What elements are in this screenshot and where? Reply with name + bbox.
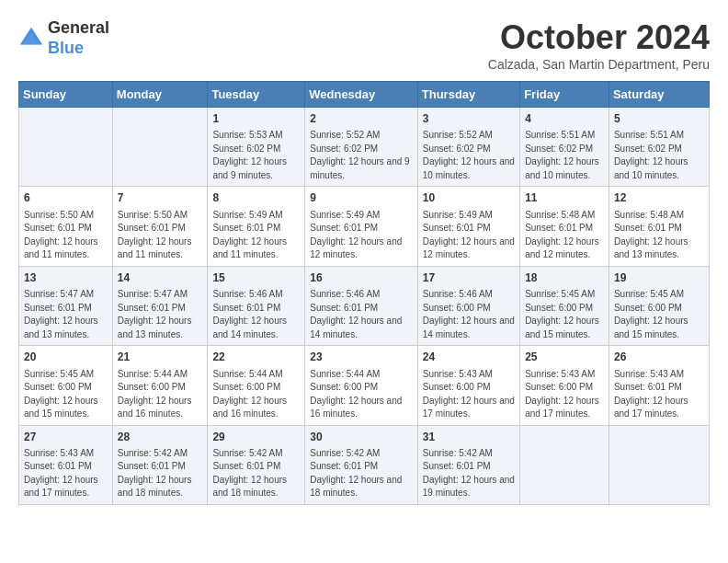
day-number: 31 [423,430,515,445]
day-number: 18 [525,270,604,286]
cell-content: Sunrise: 5:47 AM Sunset: 6:01 PM Dayligh… [118,288,203,341]
calendar-week-row: 13Sunrise: 5:47 AM Sunset: 6:01 PM Dayli… [19,266,710,345]
cell-content: Sunrise: 5:43 AM Sunset: 6:01 PM Dayligh… [614,368,704,421]
cell-content: Sunrise: 5:43 AM Sunset: 6:00 PM Dayligh… [423,368,515,421]
weekday-header-friday: Friday [520,82,609,108]
day-number: 12 [614,190,704,206]
cell-content: Sunrise: 5:48 AM Sunset: 6:01 PM Dayligh… [614,209,704,262]
cell-content: Sunrise: 5:49 AM Sunset: 6:01 PM Dayligh… [310,209,413,262]
calendar-cell: 11Sunrise: 5:48 AM Sunset: 6:01 PM Dayli… [520,187,609,266]
weekday-header-tuesday: Tuesday [208,82,305,108]
calendar-cell [609,425,709,504]
cell-content: Sunrise: 5:45 AM Sunset: 6:00 PM Dayligh… [614,288,704,341]
cell-content: Sunrise: 5:44 AM Sunset: 6:00 PM Dayligh… [212,368,300,421]
day-number: 13 [24,270,108,286]
calendar-cell: 3Sunrise: 5:52 AM Sunset: 6:02 PM Daylig… [417,108,519,187]
cell-content: Sunrise: 5:53 AM Sunset: 6:02 PM Dayligh… [212,129,300,182]
cell-content: Sunrise: 5:42 AM Sunset: 6:01 PM Dayligh… [423,447,515,500]
day-number: 7 [118,190,203,206]
cell-content: Sunrise: 5:52 AM Sunset: 6:02 PM Dayligh… [423,129,515,182]
weekday-row: SundayMondayTuesdayWednesdayThursdayFrid… [19,82,710,108]
day-number: 5 [614,111,704,127]
location: Calzada, San Martin Department, Peru [488,57,710,72]
calendar-cell: 21Sunrise: 5:44 AM Sunset: 6:00 PM Dayli… [112,346,208,425]
cell-content: Sunrise: 5:42 AM Sunset: 6:01 PM Dayligh… [310,447,413,500]
logo-icon [18,26,44,52]
calendar-cell: 17Sunrise: 5:46 AM Sunset: 6:00 PM Dayli… [417,266,519,345]
day-number: 25 [525,350,604,365]
day-number: 10 [423,190,515,206]
weekday-header-saturday: Saturday [609,82,709,108]
day-number: 17 [423,270,515,286]
day-number: 22 [212,350,300,365]
page-header: General Blue October 2024 Calzada, San M… [18,18,710,72]
calendar-cell: 14Sunrise: 5:47 AM Sunset: 6:01 PM Dayli… [112,266,208,345]
calendar-cell: 2Sunrise: 5:52 AM Sunset: 6:02 PM Daylig… [305,108,418,187]
day-number: 15 [212,270,300,286]
calendar-cell: 16Sunrise: 5:46 AM Sunset: 6:01 PM Dayli… [305,266,418,345]
day-number: 11 [525,190,604,206]
calendar-cell: 23Sunrise: 5:44 AM Sunset: 6:00 PM Dayli… [305,346,418,425]
calendar-cell: 29Sunrise: 5:42 AM Sunset: 6:01 PM Dayli… [208,425,305,504]
title-area: October 2024 Calzada, San Martin Departm… [488,18,710,72]
logo: General Blue [18,18,109,58]
cell-content: Sunrise: 5:44 AM Sunset: 6:00 PM Dayligh… [310,368,413,421]
calendar-cell: 22Sunrise: 5:44 AM Sunset: 6:00 PM Dayli… [208,346,305,425]
calendar-table: SundayMondayTuesdayWednesdayThursdayFrid… [18,81,710,505]
logo-blue-text: Blue [48,39,84,57]
weekday-header-sunday: Sunday [19,82,113,108]
calendar-cell: 20Sunrise: 5:45 AM Sunset: 6:00 PM Dayli… [19,346,113,425]
weekday-header-monday: Monday [112,82,208,108]
cell-content: Sunrise: 5:50 AM Sunset: 6:01 PM Dayligh… [24,209,108,262]
day-number: 30 [310,430,413,445]
calendar-cell: 26Sunrise: 5:43 AM Sunset: 6:01 PM Dayli… [609,346,709,425]
day-number: 6 [24,190,108,206]
calendar-cell: 12Sunrise: 5:48 AM Sunset: 6:01 PM Dayli… [609,187,709,266]
day-number: 16 [310,270,413,286]
calendar-cell: 25Sunrise: 5:43 AM Sunset: 6:00 PM Dayli… [520,346,609,425]
calendar-cell: 1Sunrise: 5:53 AM Sunset: 6:02 PM Daylig… [208,108,305,187]
weekday-header-wednesday: Wednesday [305,82,418,108]
calendar-cell: 7Sunrise: 5:50 AM Sunset: 6:01 PM Daylig… [112,187,208,266]
calendar-cell: 27Sunrise: 5:43 AM Sunset: 6:01 PM Dayli… [19,425,113,504]
cell-content: Sunrise: 5:46 AM Sunset: 6:00 PM Dayligh… [423,288,515,341]
day-number: 19 [614,270,704,286]
day-number: 14 [118,270,203,286]
cell-content: Sunrise: 5:46 AM Sunset: 6:01 PM Dayligh… [310,288,413,341]
cell-content: Sunrise: 5:47 AM Sunset: 6:01 PM Dayligh… [24,288,108,341]
cell-content: Sunrise: 5:45 AM Sunset: 6:00 PM Dayligh… [24,368,108,421]
month-title: October 2024 [488,18,710,57]
calendar-cell: 13Sunrise: 5:47 AM Sunset: 6:01 PM Dayli… [19,266,113,345]
day-number: 8 [212,190,300,206]
calendar-cell: 28Sunrise: 5:42 AM Sunset: 6:01 PM Dayli… [112,425,208,504]
cell-content: Sunrise: 5:42 AM Sunset: 6:01 PM Dayligh… [118,447,203,500]
cell-content: Sunrise: 5:50 AM Sunset: 6:01 PM Dayligh… [118,209,203,262]
day-number: 29 [212,430,300,445]
day-number: 3 [423,111,515,127]
cell-content: Sunrise: 5:48 AM Sunset: 6:01 PM Dayligh… [525,209,604,262]
cell-content: Sunrise: 5:51 AM Sunset: 6:02 PM Dayligh… [614,129,704,182]
calendar-cell: 15Sunrise: 5:46 AM Sunset: 6:01 PM Dayli… [208,266,305,345]
cell-content: Sunrise: 5:42 AM Sunset: 6:01 PM Dayligh… [212,447,300,500]
calendar-cell: 24Sunrise: 5:43 AM Sunset: 6:00 PM Dayli… [417,346,519,425]
calendar-cell: 30Sunrise: 5:42 AM Sunset: 6:01 PM Dayli… [305,425,418,504]
calendar-cell: 19Sunrise: 5:45 AM Sunset: 6:00 PM Dayli… [609,266,709,345]
day-number: 1 [212,111,300,127]
day-number: 27 [24,430,108,445]
calendar-cell: 6Sunrise: 5:50 AM Sunset: 6:01 PM Daylig… [19,187,113,266]
calendar-cell [19,108,113,187]
cell-content: Sunrise: 5:49 AM Sunset: 6:01 PM Dayligh… [212,209,300,262]
calendar-cell: 4Sunrise: 5:51 AM Sunset: 6:02 PM Daylig… [520,108,609,187]
calendar-week-row: 27Sunrise: 5:43 AM Sunset: 6:01 PM Dayli… [19,425,710,504]
calendar-week-row: 6Sunrise: 5:50 AM Sunset: 6:01 PM Daylig… [19,187,710,266]
calendar-cell: 8Sunrise: 5:49 AM Sunset: 6:01 PM Daylig… [208,187,305,266]
calendar-cell: 5Sunrise: 5:51 AM Sunset: 6:02 PM Daylig… [609,108,709,187]
cell-content: Sunrise: 5:44 AM Sunset: 6:00 PM Dayligh… [118,368,203,421]
calendar-cell [112,108,208,187]
day-number: 2 [310,111,413,127]
day-number: 20 [24,350,108,365]
cell-content: Sunrise: 5:51 AM Sunset: 6:02 PM Dayligh… [525,129,604,182]
calendar-cell: 18Sunrise: 5:45 AM Sunset: 6:00 PM Dayli… [520,266,609,345]
day-number: 28 [118,430,203,445]
cell-content: Sunrise: 5:46 AM Sunset: 6:01 PM Dayligh… [212,288,300,341]
